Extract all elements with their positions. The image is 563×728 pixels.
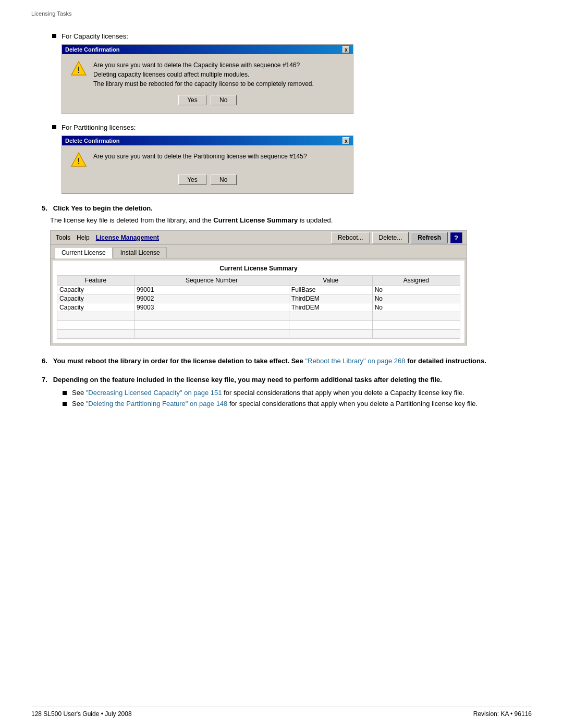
step7-text-main: Depending on the feature included in the…: [53, 376, 442, 384]
lm-content: Current License Summary Feature Sequence…: [53, 261, 464, 343]
capacity-bullet-item: For Capacity licenses:: [52, 32, 532, 40]
partitioning-dialog-message-row: ! Are you sure you want to delete the Pa…: [70, 152, 345, 168]
sub-bullet-1: See "Decreasing Licensed Capacity" on pa…: [63, 389, 532, 397]
partitioning-dialog-text: Are you sure you want to delete the Part…: [93, 152, 307, 161]
step6-text: 6. You must reboot the library in order …: [42, 356, 532, 366]
sub-bullet-1-post: for special considerations that apply wh…: [222, 389, 464, 397]
capacity-dialog-line3: The library must be rebooted for the cap…: [93, 79, 314, 89]
capacity-dialog-title: Delete Confirmation: [65, 46, 120, 53]
sub-bullet-1-text: See "Decreasing Licensed Capacity" on pa…: [72, 389, 464, 397]
col-feature: Feature: [57, 276, 134, 286]
table-row-empty: [57, 321, 460, 330]
warning-icon: !: [70, 60, 87, 77]
cell-feature: Capacity: [57, 303, 134, 312]
step5-description: The license key file is deleted from the…: [42, 216, 532, 224]
step5-desc-bold: Current License Summary: [213, 216, 298, 224]
license-management-window: Tools Help License Management Reboot... …: [50, 230, 467, 346]
bullet-icon: [52, 125, 56, 129]
lm-toolbar: Reboot... Delete... Refresh ?: [162, 232, 464, 243]
capacity-bullet-label: For Capacity licenses:: [62, 32, 128, 40]
step5-title-text: Click Yes to begin the deletion: [53, 204, 151, 212]
lm-tabs: Current License Install License: [51, 245, 467, 258]
lm-help-button[interactable]: ?: [450, 232, 462, 243]
page-footer: 128 SL500 User's Guide • July 2008 Revis…: [31, 707, 532, 718]
sub-bullet-icon: [63, 402, 67, 406]
cell-value: FullBase: [289, 286, 372, 294]
capacity-dialog: Delete Confirmation x ! Are you sure you…: [62, 44, 353, 114]
step7-item: 7. Depending on the feature included in …: [42, 375, 532, 408]
footer-left: 128 SL500 User's Guide • July 2008: [31, 710, 132, 718]
sub-bullets: See "Decreasing Licensed Capacity" on pa…: [42, 389, 532, 408]
capacity-yes-button[interactable]: Yes: [178, 95, 206, 105]
partitioning-dialog-line1: Are you sure you want to delete the Part…: [93, 152, 307, 161]
tab-current-license[interactable]: Current License: [55, 247, 113, 258]
step7-number: 7.: [42, 376, 47, 384]
partitioning-bullet-label: For Partitioning licenses:: [62, 124, 136, 131]
step5-desc-pre: The license key file is deleted from the…: [50, 216, 213, 224]
table-row-empty: [57, 330, 460, 339]
step5-desc-post: is updated.: [298, 216, 333, 224]
step6-link[interactable]: "Reboot the Library" on page 268: [305, 357, 405, 365]
lm-summary-title: Current License Summary: [57, 265, 460, 272]
lm-menu-license[interactable]: License Management: [93, 233, 162, 242]
capacity-dialog-text: Are you sure you want to delete the Capa…: [93, 60, 314, 89]
table-row-empty: [57, 312, 460, 321]
sub-bullet-2: See "Deleting the Partitioning Feature" …: [63, 400, 532, 408]
step6-text-pre: You must reboot the library in order for…: [53, 357, 305, 365]
sub-bullet-icon: [63, 391, 67, 395]
partitioning-dialog-close[interactable]: x: [342, 137, 350, 144]
license-table: Feature Sequence Number Value Assigned C…: [57, 275, 460, 339]
lm-menu-tools[interactable]: Tools: [53, 233, 74, 242]
capacity-dialog-titlebar: Delete Confirmation x: [62, 45, 353, 54]
partitioning-no-button[interactable]: No: [211, 175, 237, 185]
lm-menu-help[interactable]: Help: [74, 233, 93, 242]
partitioning-dialog-buttons: Yes No: [70, 175, 345, 187]
cell-assigned: No: [372, 303, 460, 312]
step6-text-post: for detailed instructions.: [406, 357, 486, 365]
bullet-icon: [52, 34, 56, 38]
step5-container: 5. Click Yes to begin the deletion. The …: [31, 204, 532, 346]
capacity-dialog-line2: Deleting capacity licenses could affect …: [93, 70, 314, 79]
breadcrumb: Licensing Tasks: [31, 10, 532, 17]
cell-value: ThirdDEM: [289, 303, 372, 312]
sub-bullet-2-pre: See: [72, 400, 86, 408]
partitioning-yes-button[interactable]: Yes: [178, 175, 206, 185]
svg-text:!: !: [77, 66, 80, 75]
sub-bullet-2-text: See "Deleting the Partitioning Feature" …: [72, 400, 478, 408]
step6-number: 6.: [42, 357, 47, 365]
cell-sequence: 99001: [134, 286, 289, 294]
capacity-dialog-message-row: ! Are you sure you want to delete the Ca…: [70, 60, 345, 89]
sub-bullet-2-post: for special considerations that apply wh…: [227, 400, 478, 408]
partitioning-dialog-titlebar: Delete Confirmation x: [62, 136, 353, 145]
table-row: Capacity99002ThirdDEMNo: [57, 294, 460, 303]
cell-value: ThirdDEM: [289, 294, 372, 303]
lm-delete-button[interactable]: Delete...: [372, 232, 409, 243]
col-assigned: Assigned: [372, 276, 460, 286]
partitioning-dialog-title: Delete Confirmation: [65, 138, 120, 144]
step7-text: 7. Depending on the feature included in …: [42, 375, 532, 385]
capacity-no-button[interactable]: No: [211, 95, 237, 105]
table-row: Capacity99001FullBaseNo: [57, 286, 460, 294]
lm-refresh-button[interactable]: Refresh: [411, 232, 448, 243]
step6-item: 6. You must reboot the library in order …: [42, 356, 532, 366]
cell-sequence: 99002: [134, 294, 289, 303]
warning-icon: !: [70, 152, 87, 168]
lm-reboot-button[interactable]: Reboot...: [331, 232, 370, 243]
cell-feature: Capacity: [57, 286, 134, 294]
col-value: Value: [289, 276, 372, 286]
table-row: Capacity99003ThirdDEMNo: [57, 303, 460, 312]
step5-number: 5.: [42, 204, 47, 212]
partitioning-bullet-item: For Partitioning licenses:: [52, 124, 532, 131]
steps-6-7: 6. You must reboot the library in order …: [31, 356, 532, 408]
tab-install-license[interactable]: Install License: [114, 247, 167, 258]
col-sequence: Sequence Number: [134, 276, 289, 286]
svg-text:!: !: [77, 157, 80, 166]
sub-bullet-2-link[interactable]: "Deleting the Partitioning Feature" on p…: [86, 400, 228, 408]
capacity-dialog-buttons: Yes No: [70, 95, 345, 107]
lm-menubar: Tools Help License Management Reboot... …: [51, 231, 467, 245]
sub-bullet-1-link[interactable]: "Decreasing Licensed Capacity" on page 1…: [86, 389, 222, 397]
cell-assigned: No: [372, 286, 460, 294]
footer-right: Revision: KA • 96116: [473, 710, 532, 718]
capacity-dialog-close[interactable]: x: [342, 46, 350, 53]
partitioning-dialog: Delete Confirmation x ! Are you sure you…: [62, 135, 353, 194]
